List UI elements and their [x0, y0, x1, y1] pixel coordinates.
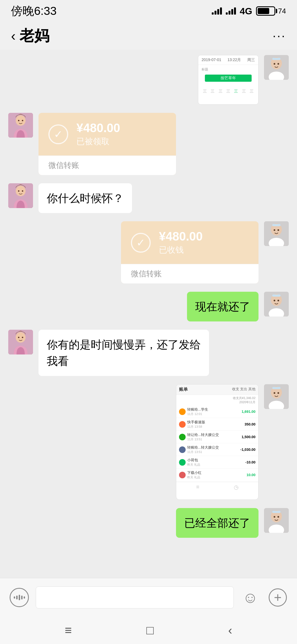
message-row: 2019-07-01 13:22月 周三 标题 按芒草年 三 三 三 三 三 三…: [8, 55, 289, 105]
signal-icon-2: [226, 7, 236, 15]
svg-point-7: [16, 115, 26, 126]
status-bar: 傍晚6:33 4G 74: [0, 0, 297, 22]
battery-icon: 74: [256, 6, 286, 16]
message-row: 现在就还了: [8, 292, 289, 321]
message-text: 已经全部还了: [184, 517, 250, 529]
bill-screenshot[interactable]: 账单 收支 支出 其他 收支共¥1,346.022020年11月 转账给...学…: [176, 384, 258, 500]
navigation-bar: ≡ □ ‹: [0, 616, 297, 644]
status-icons: 4G 74: [212, 6, 286, 17]
transfer-check-icon: ✓: [131, 233, 151, 253]
svg-point-17: [274, 229, 275, 231]
text-bubble[interactable]: 你什么时候怀？: [38, 183, 132, 213]
avatar-mom: [8, 113, 33, 138]
message-row: 账单 收支 支出 其他 收支共¥1,346.022020年11月 转账给...学…: [8, 384, 289, 500]
svg-point-4: [277, 63, 279, 65]
back-chevron-icon: ‹: [11, 28, 16, 44]
nav-menu-button[interactable]: ≡: [65, 623, 72, 637]
svg-point-9: [22, 120, 23, 121]
message-row: 已经全部还了: [8, 508, 289, 538]
svg-rect-25: [272, 294, 280, 297]
text-bubble[interactable]: 现在就还了: [187, 292, 258, 321]
text-bubble[interactable]: 已经全部还了: [176, 508, 258, 538]
message-input[interactable]: [36, 586, 234, 608]
message-row: 你什么时候怀？: [8, 183, 289, 213]
svg-rect-5: [272, 58, 280, 60]
avatar-mom: [8, 330, 33, 354]
battery-level: 74: [278, 7, 286, 15]
svg-point-12: [18, 190, 20, 192]
home-icon: □: [146, 623, 154, 637]
more-button[interactable]: ···: [273, 29, 286, 43]
avatar-self: [264, 384, 289, 409]
svg-point-40: [277, 516, 279, 518]
svg-point-29: [22, 337, 23, 338]
svg-point-28: [18, 337, 20, 338]
svg-point-11: [16, 186, 26, 196]
message-row: 你有的是时间慢慢弄，还了发给我看: [8, 330, 289, 376]
transfer-bubble-received[interactable]: ✓ ¥480.00 已被领取 微信转账: [38, 113, 176, 175]
nav-home-button[interactable]: □: [146, 623, 154, 637]
svg-point-23: [274, 300, 275, 301]
avatar-self: [264, 55, 289, 80]
message-text: 你什么时候怀？: [47, 192, 124, 204]
svg-point-27: [16, 332, 26, 343]
menu-icon: ≡: [65, 623, 72, 637]
transfer-status: 已收钱: [159, 244, 203, 256]
transfer-check-icon: ✓: [48, 124, 68, 144]
wave-icon: [14, 595, 25, 600]
avatar-self: [264, 292, 289, 316]
transfer-status: 已被领取: [76, 136, 120, 147]
emoji-icon: ☺: [242, 588, 258, 606]
message-row: ✓ ¥480.00 已被领取 微信转账: [8, 113, 289, 175]
avatar-self: [264, 508, 289, 533]
svg-point-24: [277, 300, 279, 301]
status-time: 傍晚6:33: [11, 3, 57, 19]
emoji-button[interactable]: ☺: [239, 586, 261, 608]
signal-icon-1: [212, 7, 222, 15]
avatar-self: [264, 221, 289, 246]
svg-point-18: [277, 229, 279, 231]
chat-area: 2019-07-01 13:22月 周三 标题 按芒草年 三 三 三 三 三 三…: [0, 50, 297, 578]
transfer-footer: 微信转账: [121, 264, 258, 283]
transfer-bubble-sent[interactable]: ✓ ¥480.00 已收钱 微信转账: [121, 221, 258, 283]
svg-point-33: [274, 392, 275, 394]
back-nav-icon: ‹: [228, 623, 232, 637]
svg-point-39: [274, 516, 275, 518]
svg-point-13: [22, 190, 23, 192]
add-button[interactable]: +: [267, 586, 289, 608]
message-text: 现在就还了: [195, 301, 250, 313]
transfer-amount: ¥480.00: [76, 121, 120, 135]
svg-rect-19: [272, 224, 280, 226]
text-bubble[interactable]: 你有的是时间慢慢弄，还了发给我看: [38, 330, 209, 376]
svg-rect-41: [272, 511, 280, 513]
svg-point-8: [18, 120, 20, 121]
bottom-toolbar: ☺ +: [0, 578, 297, 616]
title-bar: ‹ 老妈 ···: [0, 22, 297, 50]
voice-icon: [10, 588, 29, 607]
calendar-image[interactable]: 2019-07-01 13:22月 周三 标题 按芒草年 三 三 三 三 三 三…: [198, 55, 258, 105]
svg-rect-35: [272, 387, 280, 389]
message-row: ✓ ¥480.00 已收钱 微信转账: [8, 221, 289, 283]
transfer-footer: 微信转账: [38, 155, 176, 175]
chat-title: 老妈: [20, 26, 49, 46]
transfer-amount: ¥480.00: [159, 230, 203, 243]
add-icon: +: [269, 588, 287, 607]
avatar-mom: [8, 183, 33, 208]
svg-point-34: [277, 392, 279, 394]
message-text: 你有的是时间慢慢弄，还了发给我看: [47, 339, 201, 367]
voice-button[interactable]: [8, 586, 30, 608]
svg-point-3: [274, 63, 275, 65]
back-button[interactable]: ‹ 老妈: [11, 26, 49, 46]
network-type: 4G: [240, 6, 252, 17]
nav-back-button[interactable]: ‹: [228, 623, 232, 637]
